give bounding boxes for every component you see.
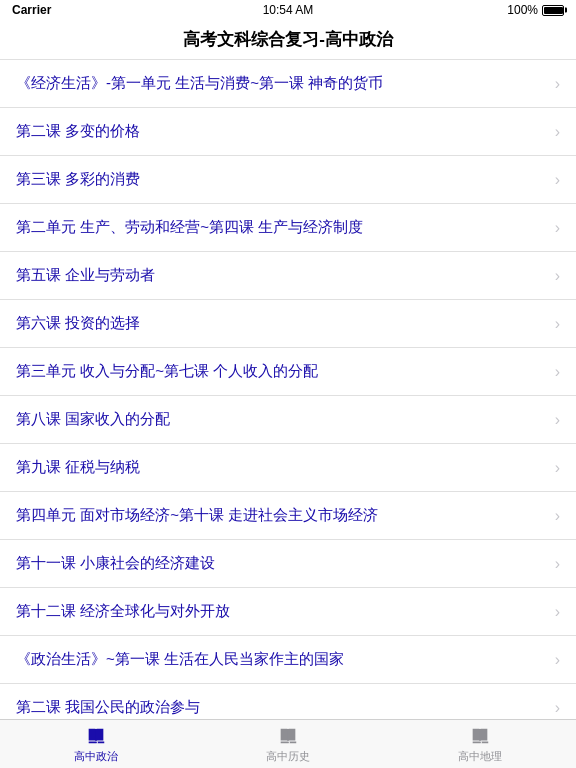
chevron-right-icon: › bbox=[555, 315, 560, 333]
tab-icon-politics bbox=[84, 725, 108, 747]
list-item-text: 第四单元 面对市场经济~第十课 走进社会主义市场经济 bbox=[16, 506, 547, 525]
chevron-right-icon: › bbox=[555, 699, 560, 717]
list-item-text: 第十一课 小康社会的经济建设 bbox=[16, 554, 547, 573]
list-item[interactable]: 第二课 多变的价格› bbox=[0, 108, 576, 156]
list-item-text: 第三课 多彩的消费 bbox=[16, 170, 547, 189]
list-item-text: 第十二课 经济全球化与对外开放 bbox=[16, 602, 547, 621]
list-item-text: 《经济生活》-第一单元 生活与消费~第一课 神奇的货币 bbox=[16, 74, 547, 93]
list-item[interactable]: 第四单元 面对市场经济~第十课 走进社会主义市场经济› bbox=[0, 492, 576, 540]
list-item-text: 第二单元 生产、劳动和经营~第四课 生产与经济制度 bbox=[16, 218, 547, 237]
chevron-right-icon: › bbox=[555, 75, 560, 93]
list-item[interactable]: 第六课 投资的选择› bbox=[0, 300, 576, 348]
list-item-text: 《政治生活》~第一课 生活在人民当家作主的国家 bbox=[16, 650, 547, 669]
tab-history[interactable]: 高中历史 bbox=[192, 720, 384, 768]
list-container: 《经济生活》-第一单元 生活与消费~第一课 神奇的货币›第二课 多变的价格›第三… bbox=[0, 60, 576, 719]
list-item[interactable]: 《政治生活》~第一课 生活在人民当家作主的国家› bbox=[0, 636, 576, 684]
chevron-right-icon: › bbox=[555, 507, 560, 525]
carrier-text: Carrier bbox=[12, 3, 51, 17]
chevron-right-icon: › bbox=[555, 219, 560, 237]
list-item-text: 第二课 多变的价格 bbox=[16, 122, 547, 141]
chevron-right-icon: › bbox=[555, 267, 560, 285]
tab-label-history: 高中历史 bbox=[266, 749, 310, 764]
list-item[interactable]: 第十一课 小康社会的经济建设› bbox=[0, 540, 576, 588]
list-item[interactable]: 第三单元 收入与分配~第七课 个人收入的分配› bbox=[0, 348, 576, 396]
list-item-text: 第六课 投资的选择 bbox=[16, 314, 547, 333]
tab-bar: 高中政治 高中历史 高中地理 bbox=[0, 719, 576, 768]
list-item[interactable]: 第八课 国家收入的分配› bbox=[0, 396, 576, 444]
tab-label-politics: 高中政治 bbox=[74, 749, 118, 764]
list-item[interactable]: 《经济生活》-第一单元 生活与消费~第一课 神奇的货币› bbox=[0, 60, 576, 108]
chevron-right-icon: › bbox=[555, 171, 560, 189]
list-item[interactable]: 第十二课 经济全球化与对外开放› bbox=[0, 588, 576, 636]
tab-geography[interactable]: 高中地理 bbox=[384, 720, 576, 768]
list-item[interactable]: 第二课 我国公民的政治参与› bbox=[0, 684, 576, 719]
status-bar: Carrier 10:54 AM 100% bbox=[0, 0, 576, 20]
battery-percent: 100% bbox=[507, 3, 538, 17]
list-item-text: 第五课 企业与劳动者 bbox=[16, 266, 547, 285]
tab-icon-geography bbox=[468, 725, 492, 747]
chevron-right-icon: › bbox=[555, 555, 560, 573]
list-item[interactable]: 第二单元 生产、劳动和经营~第四课 生产与经济制度› bbox=[0, 204, 576, 252]
list-item[interactable]: 第三课 多彩的消费› bbox=[0, 156, 576, 204]
list-item-text: 第三单元 收入与分配~第七课 个人收入的分配 bbox=[16, 362, 547, 381]
tab-icon-history bbox=[276, 725, 300, 747]
battery-icon bbox=[542, 5, 564, 16]
list-item[interactable]: 第九课 征税与纳税› bbox=[0, 444, 576, 492]
chevron-right-icon: › bbox=[555, 459, 560, 477]
chevron-right-icon: › bbox=[555, 363, 560, 381]
tab-politics[interactable]: 高中政治 bbox=[0, 720, 192, 768]
list-item-text: 第九课 征税与纳税 bbox=[16, 458, 547, 477]
list-item-text: 第二课 我国公民的政治参与 bbox=[16, 698, 547, 717]
chevron-right-icon: › bbox=[555, 123, 560, 141]
chevron-right-icon: › bbox=[555, 651, 560, 669]
chevron-right-icon: › bbox=[555, 411, 560, 429]
time-text: 10:54 AM bbox=[263, 3, 314, 17]
chevron-right-icon: › bbox=[555, 603, 560, 621]
nav-title: 高考文科综合复习-高中政治 bbox=[0, 20, 576, 60]
tab-label-geography: 高中地理 bbox=[458, 749, 502, 764]
list-item[interactable]: 第五课 企业与劳动者› bbox=[0, 252, 576, 300]
battery-area: 100% bbox=[507, 3, 564, 17]
list-item-text: 第八课 国家收入的分配 bbox=[16, 410, 547, 429]
